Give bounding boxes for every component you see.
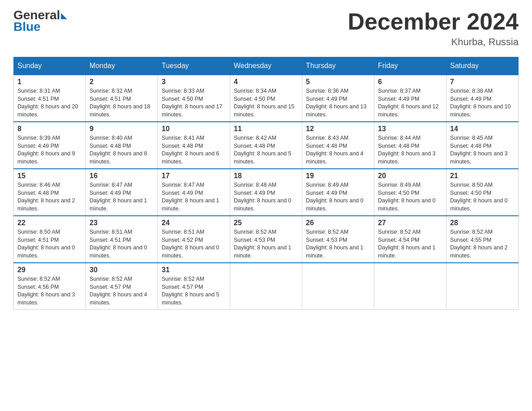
- table-row: 4 Sunrise: 8:34 AM Sunset: 4:50 PM Dayli…: [230, 75, 302, 122]
- day-number: 2: [90, 78, 154, 86]
- day-number: 12: [306, 125, 370, 133]
- day-number: 7: [450, 78, 515, 86]
- table-row: [374, 263, 446, 310]
- table-row: 11 Sunrise: 8:42 AM Sunset: 4:48 PM Dayl…: [230, 122, 302, 169]
- day-info: Sunrise: 8:36 AM Sunset: 4:49 PM Dayligh…: [306, 87, 370, 119]
- day-info: Sunrise: 8:38 AM Sunset: 4:49 PM Dayligh…: [450, 87, 515, 119]
- day-info: Sunrise: 8:34 AM Sunset: 4:50 PM Dayligh…: [234, 87, 298, 119]
- day-info: Sunrise: 8:49 AM Sunset: 4:49 PM Dayligh…: [306, 181, 370, 213]
- table-row: 15 Sunrise: 8:46 AM Sunset: 4:48 PM Dayl…: [14, 169, 86, 216]
- day-number: 25: [234, 219, 298, 227]
- day-number: 3: [162, 78, 226, 86]
- table-row: 1 Sunrise: 8:31 AM Sunset: 4:51 PM Dayli…: [14, 75, 86, 122]
- col-monday: Monday: [86, 57, 158, 75]
- table-row: 18 Sunrise: 8:48 AM Sunset: 4:49 PM Dayl…: [230, 169, 302, 216]
- day-number: 31: [162, 266, 226, 274]
- day-number: 13: [378, 125, 442, 133]
- table-row: 8 Sunrise: 8:39 AM Sunset: 4:49 PM Dayli…: [14, 122, 86, 169]
- day-info: Sunrise: 8:45 AM Sunset: 4:48 PM Dayligh…: [450, 134, 515, 166]
- day-info: Sunrise: 8:52 AM Sunset: 4:54 PM Dayligh…: [378, 228, 442, 260]
- table-row: 30 Sunrise: 8:52 AM Sunset: 4:57 PM Dayl…: [86, 263, 158, 310]
- table-row: 28 Sunrise: 8:52 AM Sunset: 4:55 PM Dayl…: [446, 216, 519, 263]
- day-info: Sunrise: 8:52 AM Sunset: 4:57 PM Dayligh…: [162, 275, 226, 307]
- day-number: 8: [17, 125, 82, 133]
- day-number: 21: [450, 172, 515, 180]
- day-info: Sunrise: 8:43 AM Sunset: 4:48 PM Dayligh…: [306, 134, 370, 166]
- logo-triangle-icon: [61, 13, 67, 19]
- table-row: 23 Sunrise: 8:51 AM Sunset: 4:51 PM Dayl…: [86, 216, 158, 263]
- table-row: 9 Sunrise: 8:40 AM Sunset: 4:48 PM Dayli…: [86, 122, 158, 169]
- week-row-3: 15 Sunrise: 8:46 AM Sunset: 4:48 PM Dayl…: [14, 169, 519, 216]
- day-number: 11: [234, 125, 298, 133]
- day-info: Sunrise: 8:32 AM Sunset: 4:51 PM Dayligh…: [90, 87, 154, 119]
- calendar-subtitle: Khurba, Russia: [348, 36, 519, 48]
- table-row: 26 Sunrise: 8:52 AM Sunset: 4:53 PM Dayl…: [302, 216, 374, 263]
- day-number: 14: [450, 125, 515, 133]
- table-row: [302, 263, 374, 310]
- table-row: 10 Sunrise: 8:41 AM Sunset: 4:48 PM Dayl…: [158, 122, 230, 169]
- day-number: 5: [306, 78, 370, 86]
- table-row: 5 Sunrise: 8:36 AM Sunset: 4:49 PM Dayli…: [302, 75, 374, 122]
- day-info: Sunrise: 8:48 AM Sunset: 4:49 PM Dayligh…: [234, 181, 298, 213]
- week-row-5: 29 Sunrise: 8:52 AM Sunset: 4:56 PM Dayl…: [14, 263, 519, 310]
- calendar-title: December 2024: [348, 9, 519, 34]
- day-info: Sunrise: 8:46 AM Sunset: 4:48 PM Dayligh…: [17, 181, 82, 213]
- day-info: Sunrise: 8:39 AM Sunset: 4:49 PM Dayligh…: [17, 134, 82, 166]
- day-info: Sunrise: 8:52 AM Sunset: 4:53 PM Dayligh…: [234, 228, 298, 260]
- title-block: December 2024 Khurba, Russia: [348, 9, 519, 48]
- day-number: 4: [234, 78, 298, 86]
- day-info: Sunrise: 8:52 AM Sunset: 4:53 PM Dayligh…: [306, 228, 370, 260]
- table-row: 24 Sunrise: 8:51 AM Sunset: 4:52 PM Dayl…: [158, 216, 230, 263]
- table-row: 2 Sunrise: 8:32 AM Sunset: 4:51 PM Dayli…: [86, 75, 158, 122]
- header-row: Sunday Monday Tuesday Wednesday Thursday…: [14, 57, 519, 75]
- table-row: 16 Sunrise: 8:47 AM Sunset: 4:49 PM Dayl…: [86, 169, 158, 216]
- col-thursday: Thursday: [302, 57, 374, 75]
- col-sunday: Sunday: [14, 57, 86, 75]
- page-header: General Blue December 2024 Khurba, Russi…: [13, 9, 519, 48]
- col-friday: Friday: [374, 57, 446, 75]
- day-number: 29: [17, 266, 82, 274]
- table-row: 25 Sunrise: 8:52 AM Sunset: 4:53 PM Dayl…: [230, 216, 302, 263]
- table-row: 12 Sunrise: 8:43 AM Sunset: 4:48 PM Dayl…: [302, 122, 374, 169]
- day-info: Sunrise: 8:33 AM Sunset: 4:50 PM Dayligh…: [162, 87, 226, 119]
- col-wednesday: Wednesday: [230, 57, 302, 75]
- table-row: 17 Sunrise: 8:47 AM Sunset: 4:49 PM Dayl…: [158, 169, 230, 216]
- table-row: 7 Sunrise: 8:38 AM Sunset: 4:49 PM Dayli…: [446, 75, 519, 122]
- day-number: 26: [306, 219, 370, 227]
- day-info: Sunrise: 8:51 AM Sunset: 4:51 PM Dayligh…: [90, 228, 154, 260]
- day-info: Sunrise: 8:47 AM Sunset: 4:49 PM Dayligh…: [162, 181, 226, 213]
- table-row: 14 Sunrise: 8:45 AM Sunset: 4:48 PM Dayl…: [446, 122, 519, 169]
- table-row: 22 Sunrise: 8:50 AM Sunset: 4:51 PM Dayl…: [14, 216, 86, 263]
- day-info: Sunrise: 8:49 AM Sunset: 4:50 PM Dayligh…: [378, 181, 442, 213]
- day-info: Sunrise: 8:41 AM Sunset: 4:48 PM Dayligh…: [162, 134, 226, 166]
- day-info: Sunrise: 8:52 AM Sunset: 4:55 PM Dayligh…: [450, 228, 515, 260]
- table-row: 27 Sunrise: 8:52 AM Sunset: 4:54 PM Dayl…: [374, 216, 446, 263]
- table-row: 31 Sunrise: 8:52 AM Sunset: 4:57 PM Dayl…: [158, 263, 230, 310]
- day-info: Sunrise: 8:51 AM Sunset: 4:52 PM Dayligh…: [162, 228, 226, 260]
- day-number: 17: [162, 172, 226, 180]
- day-number: 16: [90, 172, 154, 180]
- day-info: Sunrise: 8:52 AM Sunset: 4:57 PM Dayligh…: [90, 275, 154, 307]
- table-row: [446, 263, 519, 310]
- day-number: 9: [90, 125, 154, 133]
- day-number: 1: [17, 78, 82, 86]
- day-info: Sunrise: 8:31 AM Sunset: 4:51 PM Dayligh…: [17, 87, 82, 119]
- day-number: 27: [378, 219, 442, 227]
- day-number: 6: [378, 78, 442, 86]
- week-row-1: 1 Sunrise: 8:31 AM Sunset: 4:51 PM Dayli…: [14, 75, 519, 122]
- day-info: Sunrise: 8:52 AM Sunset: 4:56 PM Dayligh…: [17, 275, 82, 307]
- day-info: Sunrise: 8:50 AM Sunset: 4:51 PM Dayligh…: [17, 228, 82, 260]
- table-row: 21 Sunrise: 8:50 AM Sunset: 4:50 PM Dayl…: [446, 169, 519, 216]
- week-row-2: 8 Sunrise: 8:39 AM Sunset: 4:49 PM Dayli…: [14, 122, 519, 169]
- table-row: 20 Sunrise: 8:49 AM Sunset: 4:50 PM Dayl…: [374, 169, 446, 216]
- day-number: 23: [90, 219, 154, 227]
- day-info: Sunrise: 8:44 AM Sunset: 4:48 PM Dayligh…: [378, 134, 442, 166]
- day-number: 15: [17, 172, 82, 180]
- day-number: 18: [234, 172, 298, 180]
- day-info: Sunrise: 8:42 AM Sunset: 4:48 PM Dayligh…: [234, 134, 298, 166]
- logo-text-blue: Blue: [13, 21, 67, 33]
- day-info: Sunrise: 8:37 AM Sunset: 4:49 PM Dayligh…: [378, 87, 442, 119]
- day-number: 22: [17, 219, 82, 227]
- day-number: 20: [378, 172, 442, 180]
- logo: General Blue: [13, 9, 67, 33]
